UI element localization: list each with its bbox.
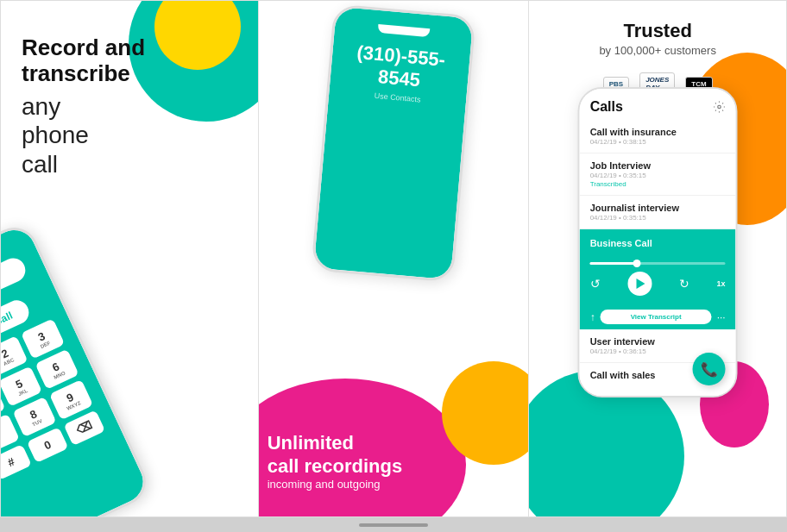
incoming-outgoing-text: incoming and outgoing	[268, 478, 403, 491]
main-container: Record and transcribe any phone call Sta…	[0, 0, 787, 517]
call-item-business[interactable]: Business Call	[580, 229, 736, 257]
panel-unlimited: + (310)-555-8545 Use Contacts Unlimited …	[259, 1, 530, 516]
use-contacts-text: Use Contacts	[374, 91, 421, 104]
play-triangle-icon	[636, 279, 645, 289]
share-icon[interactable]: ↑	[590, 311, 595, 323]
phone-screen-panel1: Start Call 1 2ABC 3DEF 4GHI 5JKL 6MNO * …	[1, 223, 150, 516]
panel3-header: Trusted by 100,000+ customers	[529, 1, 786, 66]
phone-screen-panel2: (310)-555-8545 Use Contacts	[314, 7, 474, 280]
forward-icon[interactable]: ↻	[679, 277, 689, 291]
phone-mockup-panel1: Start Call 1 2ABC 3DEF 4GHI 5JKL 6MNO * …	[1, 220, 154, 516]
call-job-transcribed: Transcribed	[590, 180, 726, 188]
panel2-bottom-text: Unlimited call recordings incoming and o…	[268, 432, 403, 491]
fab-call-button[interactable]: 📞	[693, 353, 726, 385]
phone-fab-icon: 📞	[701, 361, 718, 378]
call-job-title: Job Interview	[590, 160, 726, 171]
transcript-bar: ↑ View Transcript ···	[580, 304, 736, 329]
trusted-subtitle: by 100,000+ customers	[538, 44, 778, 57]
call-journalist-title: Journalist interview	[590, 203, 726, 213]
phone-mockup-panel2: (310)-555-8545 Use Contacts	[311, 3, 475, 282]
more-icon[interactable]: ···	[717, 311, 726, 323]
panel1-text-block: Record and transcribe any phone call	[22, 35, 145, 179]
calls-title: Calls	[590, 99, 623, 115]
call-item-insurance[interactable]: Call with insurance 04/12/19 • 0:38:15	[580, 120, 736, 153]
view-transcript-button[interactable]: View Transcript	[601, 310, 712, 324]
panel1-title-line1: Record and transcribe	[22, 35, 145, 87]
scroll-indicator	[359, 523, 428, 527]
call-user-title: User interview	[590, 336, 726, 347]
call-business-title: Business Call	[590, 238, 726, 248]
key-hash[interactable]: #	[1, 444, 32, 480]
phone-number: (310)-555-8545	[330, 40, 470, 97]
call-insurance-title: Call with insurance	[590, 127, 726, 137]
player-controls: ↺ ↻ 1x	[590, 272, 726, 296]
svg-point-0	[718, 105, 721, 109]
panel-record: Record and transcribe any phone call Sta…	[1, 1, 259, 516]
trusted-title: Trusted	[538, 20, 778, 42]
keypad: 1 2ABC 3DEF 4GHI 5JKL 6MNO * 8TUV 9WXYZ …	[1, 318, 105, 479]
call-job-meta: 04/12/19 • 0:35:15	[590, 172, 726, 179]
settings-icon[interactable]	[714, 101, 726, 113]
audio-player: ↺ ↻ 1x	[580, 257, 736, 304]
phone-mockup-panel3: Calls Call with insurance 04/12/19 • 0:3…	[578, 87, 738, 397]
call-journalist-meta: 04/12/19 • 0:35:15	[590, 214, 726, 222]
panel1-subtitle: any phone call	[22, 92, 145, 179]
speed-badge[interactable]: 1x	[717, 279, 726, 288]
phone-notch	[377, 24, 430, 37]
progress-fill	[590, 262, 638, 265]
progress-track[interactable]	[590, 262, 726, 265]
play-button[interactable]	[627, 272, 652, 296]
progress-dot	[633, 260, 641, 267]
bottom-bar	[0, 517, 787, 532]
calls-header: Calls	[580, 89, 736, 120]
rewind-icon[interactable]: ↺	[590, 277, 601, 291]
panel-trusted: Trusted by 100,000+ customers PBS JONESD…	[529, 1, 786, 516]
call-item-journalist[interactable]: Journalist interview 04/12/19 • 0:35:15	[580, 196, 736, 229]
call-item-job[interactable]: Job Interview 04/12/19 • 0:35:15 Transcr…	[580, 153, 736, 196]
unlimited-title: Unlimited call recordings	[268, 432, 403, 478]
call-insurance-meta: 04/12/19 • 0:38:15	[590, 138, 726, 146]
calls-screen: Calls Call with insurance 04/12/19 • 0:3…	[580, 89, 736, 396]
